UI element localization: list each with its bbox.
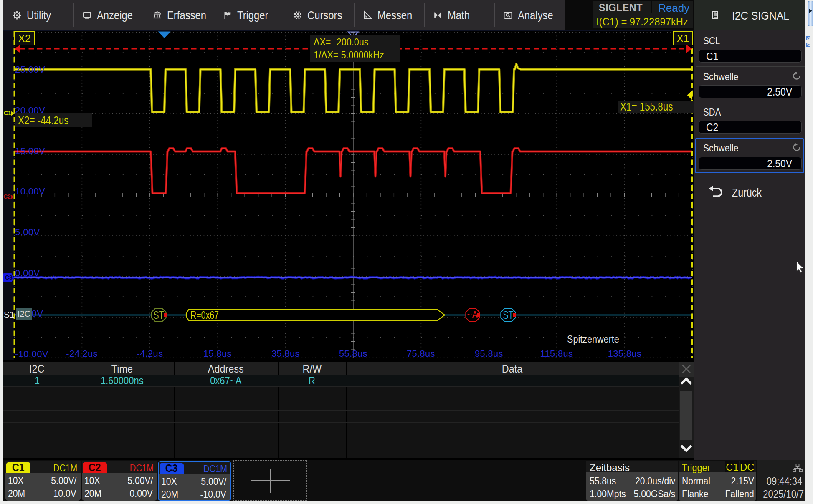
svg-text:ST: ST bbox=[503, 309, 514, 321]
svg-text:R=0x67: R=0x67 bbox=[190, 309, 219, 321]
svg-text:ST: ST bbox=[154, 309, 164, 321]
svg-text:~A: ~A bbox=[467, 310, 478, 320]
